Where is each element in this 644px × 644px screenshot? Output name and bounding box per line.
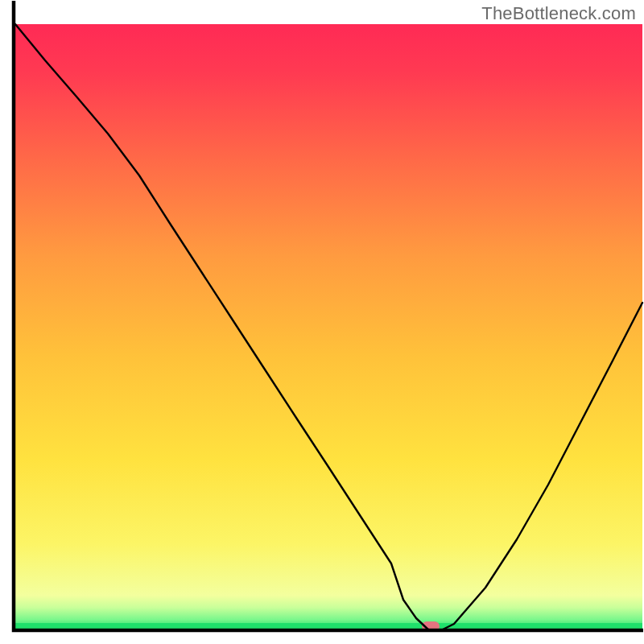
watermark-text: TheBottleneck.com [481,3,636,24]
bottleneck-chart [0,0,644,644]
chart-stage: TheBottleneck.com [0,0,644,644]
gradient-background [15,24,642,629]
